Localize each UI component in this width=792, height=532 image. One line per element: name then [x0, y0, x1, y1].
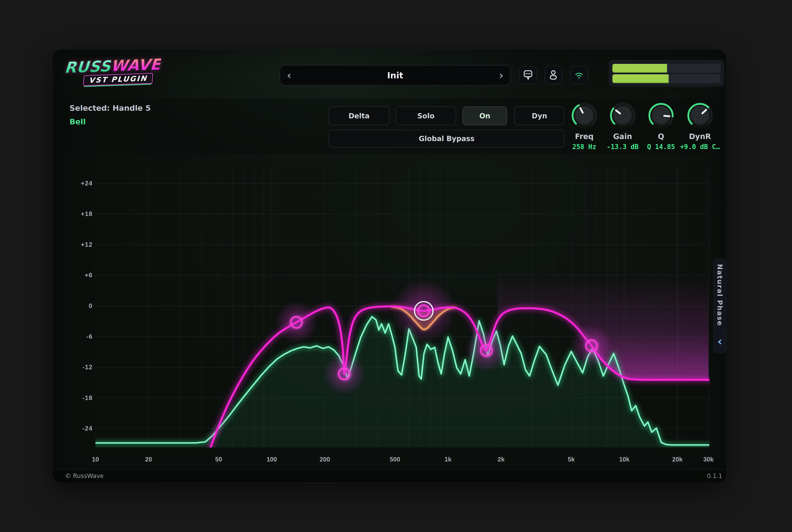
gain-knob-dial[interactable] — [607, 100, 638, 131]
handle-glow — [275, 301, 317, 343]
x-tick: 200 — [311, 455, 339, 464]
y-tick: 0 — [64, 302, 93, 310]
plugin-window: RUSSWAVE VST PLUGIN ‹ Init › — [52, 49, 727, 483]
y-tick: -18 — [64, 394, 93, 402]
chat-icon — [523, 70, 533, 81]
knob-label: Q — [640, 132, 682, 141]
user-icon — [548, 70, 559, 81]
output-meter — [609, 60, 724, 87]
preset-selector[interactable]: ‹ Init › — [280, 65, 511, 86]
x-tick: 5k — [557, 455, 585, 464]
x-tick: 20k — [663, 455, 692, 464]
on-button[interactable]: On — [463, 107, 507, 125]
y-tick: -6 — [64, 332, 93, 341]
solo-button[interactable]: Solo — [396, 107, 456, 125]
knob-value: +9.0 dB C… — [679, 143, 721, 151]
user-button[interactable] — [545, 66, 562, 84]
knob-label: Gain — [602, 132, 644, 141]
collapse-chevron-icon[interactable]: ‹ — [713, 336, 726, 347]
freq-knob[interactable]: Freq 258 Hz — [563, 100, 605, 151]
dynr-knob[interactable]: DynR +9.0 dB C… — [679, 100, 721, 151]
handle-glow — [465, 329, 508, 372]
knob-value: Q 14.85 — [640, 143, 682, 151]
x-tick: 100 — [258, 455, 286, 464]
eq-graph[interactable] — [95, 168, 710, 448]
gain-knob[interactable]: Gain -13.3 dB — [602, 100, 644, 151]
x-tick: 10k — [610, 455, 639, 464]
logo-part-wave: WAVE — [110, 55, 161, 75]
preset-prev-icon[interactable]: ‹ — [287, 70, 291, 81]
footer: © RussWave 0.1.1 — [53, 470, 726, 483]
q-knob-dial[interactable] — [646, 100, 676, 131]
y-tick: +18 — [64, 210, 93, 218]
x-tick: 500 — [381, 455, 409, 464]
meter-fill — [612, 74, 668, 83]
logo-subtitle-badge: VST PLUGIN — [83, 73, 153, 86]
logo-wordmark: RUSSWAVE — [64, 57, 161, 76]
knob-value: -13.3 dB — [602, 143, 644, 151]
dyn-button[interactable]: Dyn — [514, 107, 565, 125]
handle-glow — [392, 279, 456, 343]
meter-track — [612, 64, 720, 73]
app-logo: RUSSWAVE VST PLUGIN — [64, 57, 161, 87]
x-tick: 20 — [134, 455, 163, 464]
meter-fill — [612, 64, 667, 73]
logo-part-russ: RUSS — [64, 57, 111, 77]
wifi-icon — [574, 70, 584, 81]
desktop: RUSSWAVE VST PLUGIN ‹ Init › — [0, 0, 792, 532]
x-tick: 1k — [434, 455, 462, 464]
copyright-text: © RussWave — [65, 470, 104, 482]
x-tick: 50 — [205, 455, 233, 464]
preset-next-icon[interactable]: › — [499, 70, 504, 81]
y-tick: +12 — [64, 241, 93, 249]
x-tick: 10 — [81, 455, 110, 464]
y-tick: +6 — [64, 271, 93, 280]
x-tick: 30k — [694, 455, 722, 464]
y-tick: -24 — [64, 424, 93, 433]
preset-name[interactable]: Init — [291, 71, 499, 80]
meter-track — [612, 74, 720, 83]
freq-knob-dial[interactable] — [569, 100, 599, 131]
handle-glow — [570, 325, 612, 367]
selected-filter-type: Bell — [70, 117, 86, 126]
version-text: 0.1.1 — [707, 470, 722, 482]
q-knob[interactable]: Q Q 14.85 — [640, 100, 682, 151]
knob-label: Freq — [563, 132, 605, 141]
handle-glow — [323, 353, 365, 395]
dynr-knob-dial[interactable] — [685, 100, 715, 131]
knob-value: 258 Hz — [563, 143, 605, 151]
chat-button[interactable] — [519, 66, 537, 84]
delta-button[interactable]: Delta — [329, 107, 389, 125]
wifi-button[interactable] — [570, 66, 588, 84]
natural-phase-panel[interactable]: Natural Phase ‹ — [713, 259, 727, 353]
selected-handle-label: Selected: Handle 5 — [70, 104, 151, 113]
x-tick: 2k — [487, 455, 515, 464]
global-bypass-button[interactable]: Global Bypass — [329, 130, 565, 148]
y-tick: +24 — [64, 179, 93, 188]
y-tick: -12 — [64, 363, 93, 372]
natural-phase-label: Natural Phase — [716, 264, 724, 326]
knob-label: DynR — [679, 132, 721, 141]
